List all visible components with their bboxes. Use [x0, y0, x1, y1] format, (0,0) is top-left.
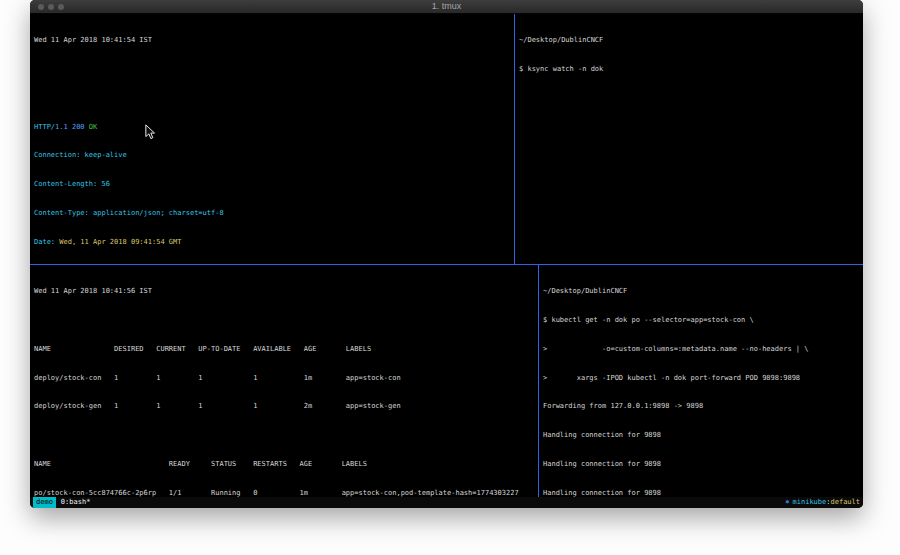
pods-header-row: NAME READY STATUS RESTARTS AGE LABELS — [34, 460, 534, 470]
deployments-header-row: NAME DESIRED CURRENT UP-TO-DATE AVAILABL… — [34, 345, 534, 355]
terminal-window: 1. tmux Wed 11 Apr 2018 10:41:54 IST HTT… — [30, 0, 863, 508]
http-status-line: HTTP/1.1 200 OK — [34, 123, 510, 133]
timestamp-line: Wed 11 Apr 2018 10:41:56 IST — [34, 287, 534, 297]
handling-connection-line: Handling connection for 9898 — [543, 489, 859, 497]
kube-namespace: default — [830, 497, 860, 508]
header-name: Content-Length: — [34, 180, 97, 188]
minimize-button-icon[interactable] — [48, 4, 54, 10]
handling-connection-line: Handling connection for 9898 — [543, 460, 859, 470]
http-reason: OK — [89, 123, 97, 131]
close-button-icon[interactable] — [38, 4, 44, 10]
cwd-text: ~/Desktop/DublinCNCF — [543, 287, 627, 295]
tmux-session: Wed 11 Apr 2018 10:41:54 IST HTTP/1.1 20… — [30, 14, 863, 497]
command-line: $ ksync watch -n dok — [519, 65, 859, 75]
terminal-line: Wed 11 Apr 2018 10:41:54 IST — [34, 36, 510, 46]
handling-connection-line: Handling connection for 9898 — [543, 431, 859, 441]
forwarding-line: Forwarding from 127.0.0.1:9898 -> 9898 — [543, 402, 859, 412]
blank-line — [34, 316, 534, 326]
http-header-line: Date: Wed, 11 Apr 2018 09:41:54 GMT — [34, 238, 510, 248]
blank-line — [34, 431, 534, 441]
deployment-row: deploy/stock-con 1 1 1 1 1m app=stock-co… — [34, 374, 534, 384]
header-value: Wed, 11 Apr 2018 09:41:54 GMT — [55, 238, 181, 246]
header-value: application/json; charset=utf-8 — [89, 209, 224, 217]
kubernetes-helm-icon: ⎈ — [785, 497, 789, 508]
http-header-line: Connection: keep-alive — [34, 151, 510, 161]
pod-row: po/stock-con-5cc874766c-2p6rp 1/1 Runnin… — [34, 489, 534, 497]
mouse-pointer-icon — [145, 124, 155, 140]
pane-ksync[interactable]: ~/Desktop/DublinCNCF $ ksync watch -n do… — [515, 14, 863, 264]
tmux-status-bar: demo 0:bash* ⎈ minikube : default — [30, 497, 863, 508]
header-name: Connection: — [34, 151, 80, 159]
header-value: 56 — [97, 180, 110, 188]
cwd-line: ~/Desktop/DublinCNCF — [543, 287, 859, 297]
cwd-line: ~/Desktop/DublinCNCF — [519, 36, 859, 46]
header-value: keep-alive — [80, 151, 126, 159]
window-titlebar[interactable]: 1. tmux — [30, 0, 863, 14]
status-left: demo 0:bash* — [33, 497, 90, 508]
traffic-lights — [38, 4, 64, 10]
window-tab[interactable]: 0:bash* — [61, 497, 91, 508]
command-continuation-line: > xargs -IPOD kubectl -n dok port-forwar… — [543, 374, 859, 384]
http-header-line: Content-Length: 56 — [34, 180, 510, 190]
timestamp-text: Wed 11 Apr 2018 10:41:54 IST — [34, 36, 152, 44]
kube-context: minikube — [793, 497, 827, 508]
zoom-button-icon[interactable] — [58, 4, 64, 10]
cwd-text: ~/Desktop/DublinCNCF — [519, 36, 603, 44]
command-continuation-line: > -o=custom-columns=:metadata.name --no-… — [543, 345, 859, 355]
command-line: $ kubectl get -n dok po --selector=app=s… — [543, 316, 859, 326]
desktop: 1. tmux Wed 11 Apr 2018 10:41:54 IST HTT… — [0, 0, 900, 555]
http-version-code: 1.1 200 — [55, 123, 89, 131]
blank-line — [34, 94, 510, 104]
deployment-row: deploy/stock-gen 1 1 1 1 2m app=stock-ge… — [34, 402, 534, 412]
blank-line — [34, 65, 510, 75]
pane-kubectl-get[interactable]: Wed 11 Apr 2018 10:41:56 IST NAME DESIRE… — [30, 265, 538, 497]
header-name: Date: — [34, 238, 55, 246]
http-protocol: HTTP/ — [34, 123, 55, 131]
pane-divider-vertical-top[interactable] — [514, 14, 515, 264]
pane-http-response[interactable]: Wed 11 Apr 2018 10:41:54 IST HTTP/1.1 20… — [30, 14, 514, 264]
http-header-line: Content-Type: application/json; charset=… — [34, 209, 510, 219]
timestamp-text: Wed 11 Apr 2018 10:41:56 IST — [34, 287, 152, 295]
status-right: ⎈ minikube : default — [785, 497, 860, 508]
header-name: Content-Type: — [34, 209, 89, 217]
command-text: $ ksync watch -n dok — [519, 65, 603, 73]
session-name-badge[interactable]: demo — [33, 497, 56, 508]
window-title: 1. tmux — [30, 0, 863, 13]
pane-port-forward[interactable]: ~/Desktop/DublinCNCF $ kubectl get -n do… — [539, 265, 863, 497]
